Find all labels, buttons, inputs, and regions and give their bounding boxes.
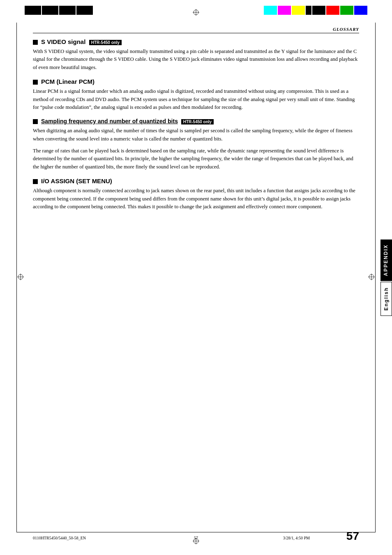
blue-block xyxy=(354,6,367,15)
footer-center: 57 xyxy=(194,536,198,540)
page: GLOSSARY S VIDEO signal HTR-5450 only Wi… xyxy=(0,0,392,555)
svideo-heading: S VIDEO signal HTR-5450 only xyxy=(41,38,122,45)
ioassign-title-text: I/O ASSIGN (SET MENU) xyxy=(41,177,112,184)
ioassign-body: Although component is normally connected… xyxy=(33,187,359,211)
blk2 xyxy=(42,6,58,15)
footer-date: 3/28/1, 4:50 PM xyxy=(283,536,310,540)
sampling-badge: HTR-5450 only xyxy=(181,119,214,124)
sampling-heading: Sampling frequency and number of quantiz… xyxy=(41,118,214,124)
left-border xyxy=(16,23,17,532)
tab-appendix: APPENDIX xyxy=(380,239,392,281)
svideo-section-title: S VIDEO signal HTR-5450 only xyxy=(33,38,359,45)
right-border xyxy=(375,23,376,532)
footer-left: 0110HTR5450/5440_50-58_EN xyxy=(33,536,86,540)
crosshair-left-middle xyxy=(17,274,24,282)
bottom-border xyxy=(16,532,376,532)
crosshair-right-middle xyxy=(368,274,375,282)
page-header: GLOSSARY xyxy=(33,27,359,33)
red-block xyxy=(326,6,339,15)
sampling-body2: The range of rates that can be played ba… xyxy=(33,147,359,171)
main-content: GLOSSARY S VIDEO signal HTR-5450 only Wi… xyxy=(33,27,359,522)
ioassign-bullet xyxy=(33,179,38,184)
crosshair-top-center xyxy=(193,9,199,17)
ioassign-section-title: I/O ASSIGN (SET MENU) xyxy=(33,177,359,184)
right-tabs: APPENDIX English xyxy=(380,239,392,316)
page-number: 57 xyxy=(346,530,359,543)
svideo-badge: HTR-5450 only xyxy=(89,40,122,45)
sampling-body1: When digitizing an analog audio signal, … xyxy=(33,127,359,143)
cyan-block xyxy=(264,6,277,15)
top-right-color-blocks xyxy=(264,6,367,15)
svideo-title-text: S VIDEO signal xyxy=(41,38,85,45)
sampling-title-text: Sampling frequency and number of quantiz… xyxy=(41,118,178,124)
pcm-section-title: PCM (Linear PCM) xyxy=(33,78,359,85)
pcm-bullet xyxy=(33,80,38,85)
pcm-heading: PCM (Linear PCM) xyxy=(41,78,95,85)
ioassign-heading: I/O ASSIGN (SET MENU) xyxy=(41,177,112,184)
sampling-section-title: Sampling frequency and number of quantiz… xyxy=(33,118,359,124)
svideo-body: With S VIDEO signal system, the video si… xyxy=(33,48,359,71)
blk1 xyxy=(25,6,41,15)
magenta-block xyxy=(278,6,291,15)
svideo-bullet xyxy=(33,40,38,45)
black-block2 xyxy=(312,6,325,15)
blk4 xyxy=(76,6,93,15)
pcm-body: Linear PCM is a signal format under whic… xyxy=(33,88,359,111)
top-left-blocks xyxy=(25,6,93,15)
black-block xyxy=(306,6,311,15)
blk3 xyxy=(59,6,76,15)
pcm-title-text: PCM (Linear PCM) xyxy=(41,78,95,85)
green-block xyxy=(340,6,353,15)
tab-english: English xyxy=(380,282,392,316)
yellow-block xyxy=(292,6,305,15)
black-blocks xyxy=(25,6,93,15)
sampling-bullet xyxy=(33,119,38,124)
header-label: GLOSSARY xyxy=(333,27,359,32)
